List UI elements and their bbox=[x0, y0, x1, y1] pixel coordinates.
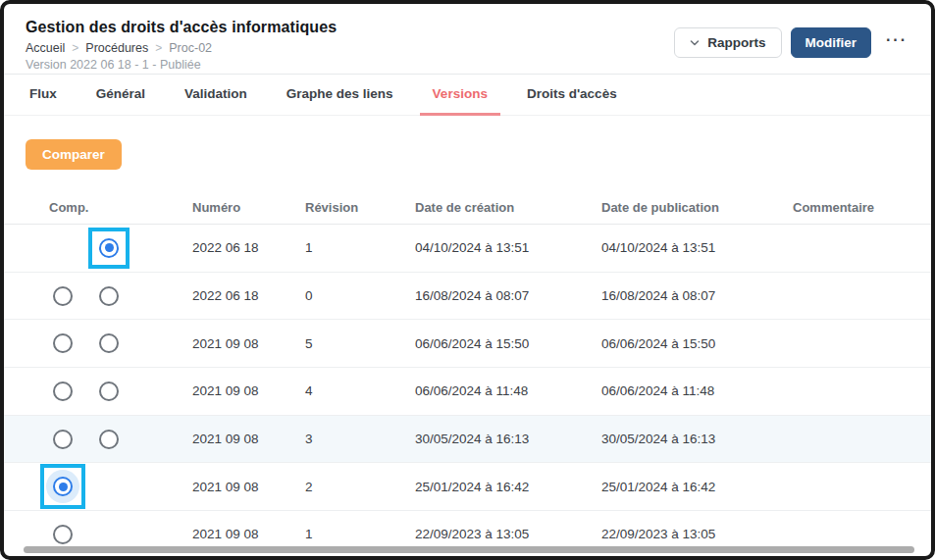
date-publication-cell: 04/10/2024 à 13:51 bbox=[601, 240, 793, 255]
revision-cell: 1 bbox=[305, 527, 415, 541]
numero-cell: 2022 06 18 bbox=[192, 288, 305, 303]
tab-graphe-des-liens[interactable]: Graphe des liens bbox=[274, 75, 406, 116]
compare-cell bbox=[26, 368, 192, 415]
breadcrumb-separator-icon: > bbox=[72, 41, 78, 55]
date-creation-cell: 16/08/2024 à 08:07 bbox=[415, 288, 601, 303]
date-creation-cell: 25/01/2024 à 16:42 bbox=[415, 480, 601, 494]
column-header-commentaire: Commentaire bbox=[793, 200, 909, 215]
annotation-highlight-box bbox=[40, 464, 85, 509]
table-row: 2022 06 18 0 16/08/2024 à 08:07 16/08/20… bbox=[4, 273, 931, 321]
compare-radio-slot-left bbox=[53, 286, 73, 306]
annotation-highlight-box bbox=[88, 228, 130, 269]
modifier-button[interactable]: Modifier bbox=[791, 27, 872, 58]
revision-cell: 5 bbox=[305, 336, 415, 351]
compare-radio-slot-left bbox=[53, 382, 73, 401]
horizontal-scrollbar[interactable] bbox=[24, 546, 914, 553]
compare-radio[interactable] bbox=[99, 286, 119, 306]
radio-dot bbox=[105, 243, 114, 252]
compare-radio-slot-left bbox=[40, 464, 85, 509]
compare-cell bbox=[26, 320, 192, 367]
compare-radio[interactable] bbox=[99, 238, 119, 258]
numero-cell: 2021 09 08 bbox=[192, 527, 305, 541]
table-row: 2021 09 08 4 06/06/2024 à 11:48 06/06/20… bbox=[4, 368, 931, 416]
date-publication-cell: 16/08/2024 à 08:07 bbox=[601, 288, 793, 303]
tab-flux[interactable]: Flux bbox=[17, 75, 70, 116]
comparer-button[interactable]: Comparer bbox=[26, 139, 122, 170]
compare-radio[interactable] bbox=[53, 382, 73, 401]
tab-bar: FluxGénéralValidationGraphe des liensVer… bbox=[4, 75, 931, 116]
table-row: 2021 09 08 3 30/05/2024 à 16:13 30/05/20… bbox=[4, 416, 931, 464]
date-creation-cell: 30/05/2024 à 16:13 bbox=[415, 432, 601, 446]
breadcrumb-proc-02: Proc-02 bbox=[169, 41, 212, 55]
version-label: Version 2022 06 18 - 1 - Publiée bbox=[26, 58, 909, 72]
column-header-date-publication: Date de publication bbox=[601, 200, 793, 215]
compare-radio-slot-left bbox=[53, 430, 73, 449]
breadcrumb-accueil[interactable]: Accueil bbox=[26, 41, 65, 55]
compare-radio-slot-right bbox=[99, 382, 119, 401]
compare-cell bbox=[26, 463, 192, 510]
page-header: Gestion des droits d'accès informatiques… bbox=[4, 4, 931, 74]
compare-radio-slot-right bbox=[99, 333, 119, 353]
app-window: Gestion des droits d'accès informatiques… bbox=[0, 0, 935, 560]
date-publication-cell: 25/01/2024 à 16:42 bbox=[601, 480, 793, 494]
date-publication-cell: 22/09/2023 à 13:05 bbox=[601, 527, 793, 541]
revision-cell: 4 bbox=[305, 383, 415, 398]
compare-radio[interactable] bbox=[99, 333, 119, 353]
column-header-numero: Numéro bbox=[192, 200, 305, 215]
header-actions: Rapports Modifier ··· bbox=[674, 27, 911, 58]
radio-focus-halo bbox=[46, 470, 79, 503]
compare-radio[interactable] bbox=[53, 286, 73, 306]
date-creation-cell: 22/09/2023 à 13:05 bbox=[415, 527, 601, 541]
column-header-revision: Révision bbox=[305, 200, 415, 215]
table-body: 2022 06 18 1 04/10/2024 à 13:51 04/10/20… bbox=[4, 225, 931, 559]
date-publication-cell: 06/06/2024 à 15:50 bbox=[601, 336, 793, 351]
date-creation-cell: 06/06/2024 à 11:48 bbox=[415, 383, 601, 398]
radio-dot bbox=[59, 483, 68, 491]
numero-cell: 2021 09 08 bbox=[192, 480, 305, 494]
compare-radio[interactable] bbox=[53, 430, 73, 449]
date-publication-cell: 06/06/2024 à 11:48 bbox=[601, 383, 793, 398]
column-header-date-creation: Date de création bbox=[415, 200, 601, 215]
compare-radio-slot-right bbox=[88, 228, 130, 269]
compare-radio[interactable] bbox=[53, 525, 73, 544]
versions-table: Comp. Numéro Révision Date de création D… bbox=[4, 191, 931, 559]
table-row: 2022 06 18 1 04/10/2024 à 13:51 04/10/20… bbox=[4, 225, 931, 273]
compare-cell bbox=[26, 225, 192, 272]
compare-radio[interactable] bbox=[99, 430, 119, 449]
compare-radio[interactable] bbox=[99, 382, 119, 401]
tab-validation[interactable]: Validation bbox=[172, 75, 260, 116]
revision-cell: 2 bbox=[305, 480, 415, 494]
column-header-comp: Comp. bbox=[26, 200, 192, 215]
tab-g-n-ral[interactable]: Général bbox=[83, 75, 158, 116]
compare-radio-slot-right bbox=[99, 430, 119, 449]
compare-radio[interactable] bbox=[53, 333, 73, 353]
modifier-button-label: Modifier bbox=[805, 35, 857, 50]
table-header-row: Comp. Numéro Révision Date de création D… bbox=[4, 191, 931, 225]
compare-radio-slot-left bbox=[53, 525, 73, 544]
date-creation-cell: 04/10/2024 à 13:51 bbox=[415, 240, 601, 255]
compare-cell bbox=[26, 273, 192, 320]
compare-cell bbox=[26, 416, 192, 463]
numero-cell: 2021 09 08 bbox=[192, 383, 305, 398]
compare-radio[interactable] bbox=[53, 477, 73, 496]
tab-versions[interactable]: Versions bbox=[420, 75, 500, 116]
rapports-button[interactable]: Rapports bbox=[674, 27, 781, 58]
compare-radio-slot-right bbox=[99, 286, 119, 306]
breadcrumb-procedures[interactable]: Procédures bbox=[85, 41, 148, 55]
numero-cell: 2021 09 08 bbox=[192, 336, 305, 351]
compare-radio-slot-left bbox=[53, 333, 73, 353]
table-row: 2021 09 08 2 25/01/2024 à 16:42 25/01/20… bbox=[4, 463, 931, 511]
numero-cell: 2022 06 18 bbox=[192, 240, 305, 255]
tab-droits-d-acc-s[interactable]: Droits d'accès bbox=[514, 75, 630, 116]
breadcrumb-separator-icon: > bbox=[155, 41, 162, 55]
revision-cell: 1 bbox=[305, 240, 415, 255]
date-publication-cell: 30/05/2024 à 16:13 bbox=[601, 432, 793, 446]
date-creation-cell: 06/06/2024 à 15:50 bbox=[415, 336, 601, 351]
revision-cell: 3 bbox=[305, 432, 415, 446]
rapports-button-label: Rapports bbox=[707, 35, 765, 50]
more-options-icon[interactable]: ··· bbox=[880, 31, 911, 55]
table-row: 2021 09 08 5 06/06/2024 à 15:50 06/06/20… bbox=[4, 320, 931, 368]
numero-cell: 2021 09 08 bbox=[192, 432, 305, 446]
chevron-down-icon bbox=[690, 38, 700, 48]
revision-cell: 0 bbox=[305, 288, 415, 303]
